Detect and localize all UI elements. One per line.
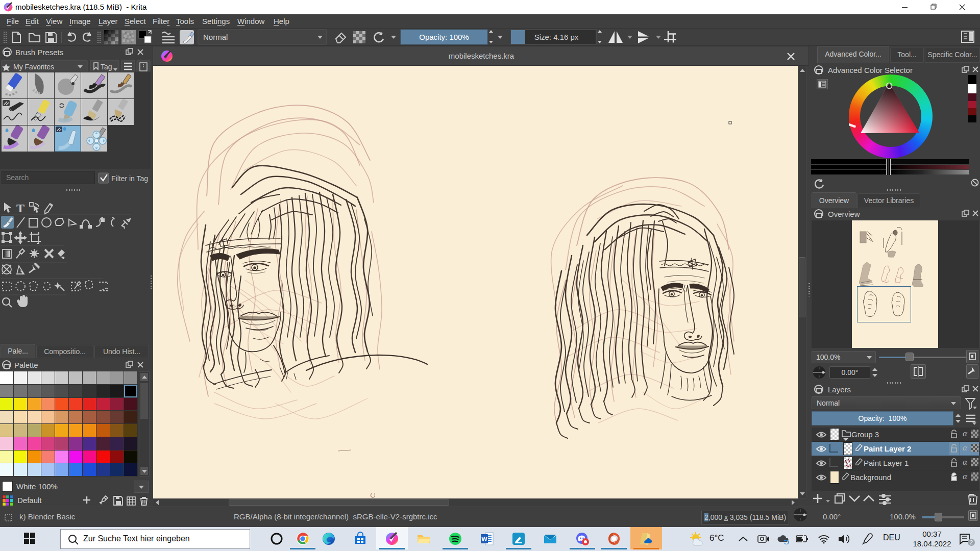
svg-text:Normal: Normal (203, 33, 228, 41)
svg-text:T: T (16, 202, 24, 215)
svg-text:Palette: Palette (14, 361, 38, 369)
svg-text:Filter in Tag: Filter in Tag (111, 174, 148, 183)
svg-text:Brush Presets: Brush Presets (15, 48, 63, 57)
svg-text:Opacity: 100%: Opacity: 100% (419, 33, 469, 41)
svg-text:Overview: Overview (828, 210, 860, 218)
svg-text:2: 2 (970, 539, 973, 545)
svg-text:My Favorites: My Favorites (13, 63, 54, 71)
svg-text:W: W (481, 536, 487, 543)
svg-text:Tag: Tag (101, 63, 112, 71)
svg-text:Advanced Color Selector: Advanced Color Selector (828, 66, 913, 74)
svg-text:Layers: Layers (828, 385, 851, 394)
svg-text:Size: 4.16 px: Size: 4.16 px (534, 33, 579, 41)
